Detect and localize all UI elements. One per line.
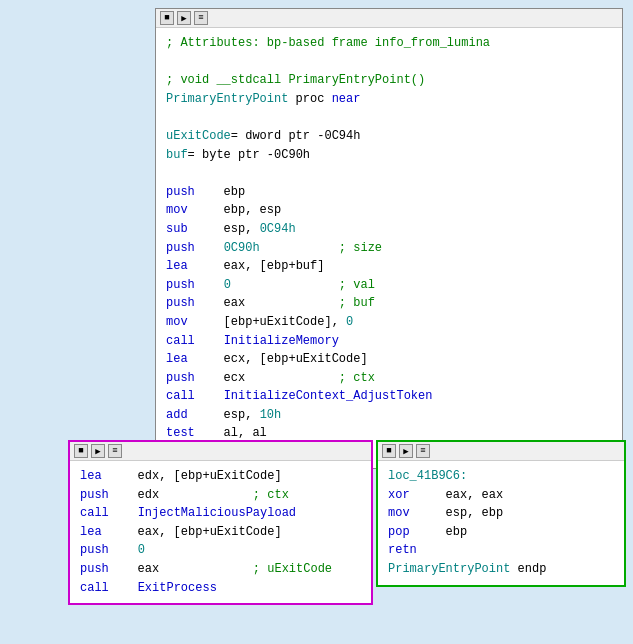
bottom-left-code-window: ■ ▶ ≡ lea edx, [ebp+uExitCode] push edx … <box>68 440 373 605</box>
tb-btn-1[interactable]: ■ <box>160 11 174 25</box>
main-code-window: ■ ▶ ≡ ; Attributes: bp-based frame info_… <box>155 8 623 469</box>
loc-label: loc_41B9C6: <box>388 469 467 483</box>
bl-titlebar: ■ ▶ ≡ <box>70 442 371 461</box>
br-tb-btn-3[interactable]: ≡ <box>416 444 430 458</box>
main-titlebar: ■ ▶ ≡ <box>156 9 622 28</box>
var-exit: uExitCode <box>166 129 231 143</box>
br-tb-btn-2[interactable]: ▶ <box>399 444 413 458</box>
comment-line-1: ; Attributes: bp-based frame info_from_l… <box>166 36 490 50</box>
br-tb-btn-1[interactable]: ■ <box>382 444 396 458</box>
proc-label: PrimaryEntryPoint <box>166 92 288 106</box>
var-buf: buf <box>166 148 188 162</box>
bottom-right-code-window: ■ ▶ ≡ loc_41B9C6: xor eax, eax mov esp, … <box>376 440 626 587</box>
bl-code-content: lea edx, [ebp+uExitCode] push edx ; ctx … <box>70 461 371 603</box>
br-titlebar: ■ ▶ ≡ <box>378 442 624 461</box>
bl-tb-btn-2[interactable]: ▶ <box>91 444 105 458</box>
tb-btn-3[interactable]: ≡ <box>194 11 208 25</box>
br-code-content: loc_41B9C6: xor eax, eax mov esp, ebp po… <box>378 461 624 585</box>
bl-tb-btn-1[interactable]: ■ <box>74 444 88 458</box>
comment-line-2: ; void __stdcall PrimaryEntryPoint() <box>166 73 425 87</box>
tb-btn-2[interactable]: ▶ <box>177 11 191 25</box>
bl-tb-btn-3[interactable]: ≡ <box>108 444 122 458</box>
main-code-content: ; Attributes: bp-based frame info_from_l… <box>156 28 622 468</box>
